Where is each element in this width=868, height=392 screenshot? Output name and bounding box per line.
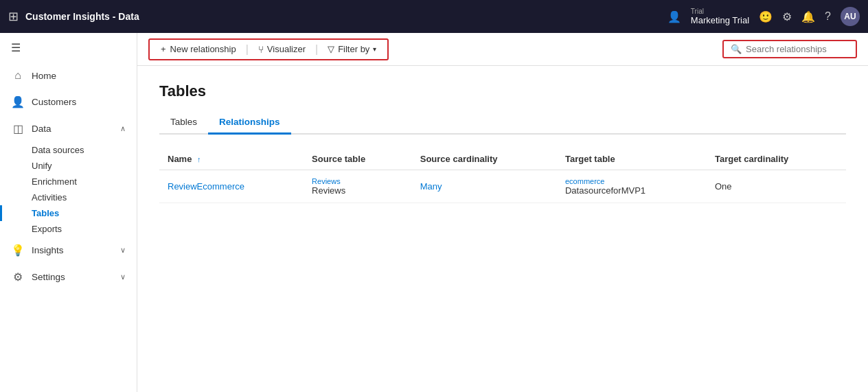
insights-chevron-icon: ∨ <box>120 246 126 255</box>
sidebar-item-customers-label: Customers <box>32 97 76 107</box>
sidebar-item-unify-label: Unify <box>32 161 52 171</box>
sidebar: ☰ ⌂ Home 👤 Customers ◫ Data ∧ Data sourc… <box>0 33 137 392</box>
sidebar-item-home-label: Home <box>32 71 56 81</box>
tab-tables[interactable]: Tables <box>159 111 208 135</box>
sidebar-item-data-label: Data <box>32 124 52 134</box>
relationship-name-link[interactable]: ReviewEcommerce <box>168 181 244 192</box>
source-label: Reviews <box>312 177 404 185</box>
sidebar-item-enrichment-label: Enrichment <box>32 176 77 187</box>
sidebar-item-insights-label: Insights <box>32 245 64 255</box>
home-icon: ⌂ <box>11 69 25 82</box>
cell-target-table: ecommerce DatasourceforMVP1 <box>557 170 707 203</box>
sidebar-item-tables[interactable]: Tables <box>0 205 137 221</box>
filter-icon: ▽ <box>328 44 334 54</box>
tab-relationships[interactable]: Relationships <box>208 111 291 135</box>
apps-icon[interactable]: ⊞ <box>8 9 19 24</box>
data-icon: ◫ <box>11 122 25 135</box>
col-name-label: Name <box>168 154 192 164</box>
sidebar-item-exports[interactable]: Exports <box>0 221 137 237</box>
smiley-icon[interactable]: 🙂 <box>759 10 773 23</box>
topbar: ⊞ Customer Insights - Data 👤 Trial Marke… <box>0 0 868 33</box>
sidebar-item-data-sources-label: Data sources <box>32 145 84 155</box>
person-icon[interactable]: 👤 <box>667 10 681 23</box>
sidebar-item-settings[interactable]: ⚙ Settings ∨ <box>0 264 137 290</box>
new-relationship-button[interactable]: + New relationship <box>155 43 242 56</box>
page-title: Tables <box>159 82 846 100</box>
sidebar-item-insights[interactable]: 💡 Insights ∨ <box>0 237 137 264</box>
trial-name: Marketing Trial <box>691 15 749 25</box>
app-title: Customer Insights - Data <box>25 11 139 22</box>
filter-by-button[interactable]: ▽ Filter by ▾ <box>322 43 382 56</box>
insights-icon: 💡 <box>11 244 25 257</box>
cell-source-table: Reviews Reviews <box>304 170 412 203</box>
divider1: | <box>246 43 249 56</box>
source-cardinality-value: Many <box>420 181 442 192</box>
search-input[interactable] <box>746 44 849 54</box>
customers-icon: 👤 <box>11 95 25 108</box>
filter-chevron-icon: ▾ <box>373 45 376 53</box>
toolbar-actions-group: + New relationship | ⑂ Visualizer | ▽ Fi… <box>148 38 389 60</box>
sidebar-item-activities-label: Activities <box>32 192 67 203</box>
target-table-value: DatasourceforMVP1 <box>565 185 646 196</box>
bell-icon[interactable]: 🔔 <box>801 10 815 23</box>
visualizer-icon: ⑂ <box>258 44 264 55</box>
toolbar: + New relationship | ⑂ Visualizer | ▽ Fi… <box>137 33 868 66</box>
search-icon: 🔍 <box>731 44 742 54</box>
settings-icon[interactable]: ⚙ <box>782 10 792 23</box>
visualizer-button[interactable]: ⑂ Visualizer <box>253 43 311 56</box>
filter-by-label: Filter by <box>338 44 369 54</box>
plus-icon: + <box>161 44 166 54</box>
table-row: ReviewEcommerce Reviews Reviews Many eco… <box>159 170 846 203</box>
main-layout: ☰ ⌂ Home 👤 Customers ◫ Data ∧ Data sourc… <box>0 33 868 392</box>
sidebar-item-unify[interactable]: Unify <box>0 158 137 174</box>
settings-chevron-icon: ∨ <box>120 273 126 281</box>
visualizer-label: Visualizer <box>267 44 306 54</box>
topbar-left: ⊞ Customer Insights - Data <box>8 9 659 24</box>
source-table-value: Reviews <box>312 185 345 196</box>
hamburger-button[interactable]: ☰ <box>0 33 137 62</box>
tab-tables-label: Tables <box>170 117 197 127</box>
page-content: Tables Tables Relationships Name ↑ <box>137 66 868 392</box>
table-header-row: Name ↑ Source table Source cardinality T… <box>159 148 846 170</box>
cell-name: ReviewEcommerce <box>159 170 304 203</box>
col-name-header: Name ↑ <box>159 148 304 170</box>
sidebar-item-tables-label: Tables <box>32 208 59 218</box>
sidebar-item-activities[interactable]: Activities <box>0 189 137 205</box>
sidebar-item-exports-label: Exports <box>32 224 62 234</box>
col-target-table-header: Target table <box>557 148 707 170</box>
search-box[interactable]: 🔍 <box>722 40 857 58</box>
toolbar-left: + New relationship | ⑂ Visualizer | ▽ Fi… <box>148 38 722 60</box>
topbar-right: 👤 Trial Marketing Trial 🙂 ⚙ 🔔 ? AU <box>667 7 860 26</box>
cell-target-cardinality: One <box>707 170 846 203</box>
content-area: + New relationship | ⑂ Visualizer | ▽ Fi… <box>137 33 868 392</box>
sidebar-item-enrichment[interactable]: Enrichment <box>0 174 137 189</box>
col-source-table-header: Source table <box>304 148 412 170</box>
sidebar-item-home[interactable]: ⌂ Home <box>0 62 137 89</box>
tabs: Tables Relationships <box>159 111 846 135</box>
cell-source-cardinality: Many <box>412 170 557 203</box>
trial-block: Trial Marketing Trial <box>691 8 749 25</box>
trial-label: Trial <box>691 8 704 15</box>
data-chevron-icon: ∧ <box>120 124 126 133</box>
new-relationship-label: New relationship <box>170 44 236 54</box>
sidebar-item-settings-label: Settings <box>32 272 65 282</box>
target-cardinality-value: One <box>715 181 732 192</box>
target-label: ecommerce <box>565 177 698 185</box>
settings-sidebar-icon: ⚙ <box>11 270 25 284</box>
help-icon[interactable]: ? <box>825 10 831 23</box>
relationships-table: Name ↑ Source table Source cardinality T… <box>159 148 846 203</box>
col-target-cardinality-header: Target cardinality <box>707 148 846 170</box>
sidebar-item-customers[interactable]: 👤 Customers <box>0 89 137 115</box>
sort-asc-icon[interactable]: ↑ <box>197 155 201 163</box>
avatar[interactable]: AU <box>841 7 860 26</box>
tab-relationships-label: Relationships <box>219 117 280 127</box>
sidebar-item-data-sources[interactable]: Data sources <box>0 142 137 158</box>
sidebar-item-data[interactable]: ◫ Data ∧ <box>0 115 137 142</box>
col-source-cardinality-header: Source cardinality <box>412 148 557 170</box>
divider2: | <box>315 43 318 56</box>
